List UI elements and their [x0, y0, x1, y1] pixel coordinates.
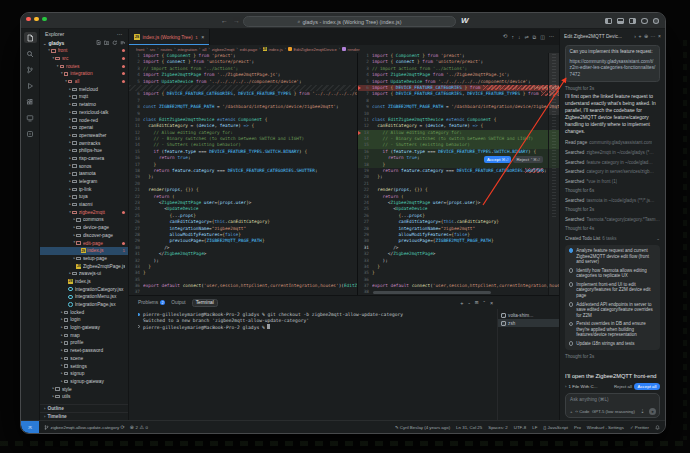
tree-item-node-red[interactable]: ▸node-red: [40, 116, 128, 124]
notifications-icon[interactable]: [655, 425, 660, 430]
next-change-icon[interactable]: ↓: [518, 35, 521, 40]
tree-item-philips-hue[interactable]: ▸philips-hue: [40, 147, 128, 155]
toggle-sidebar-icon[interactable]: [605, 18, 612, 24]
accept-change-button[interactable]: Accept⌘⏎: [484, 156, 511, 163]
breadcrumb[interactable]: front›src›routes›integration›all›zigbee2…: [129, 45, 559, 53]
explorer-more-icon[interactable]: ⋯: [117, 31, 123, 37]
tool-step[interactable]: Searchedfeature category in ~/code/glad…: [565, 160, 660, 165]
tool-step[interactable]: Searched*vue in front (1): [565, 179, 660, 184]
maximize-panel-icon[interactable]: ⌃: [483, 300, 486, 305]
more-actions-icon[interactable]: ⋯: [549, 34, 554, 39]
tree-item-reset-password[interactable]: ▸reset-password: [40, 347, 128, 355]
tree-item-routes[interactable]: ▾routes: [40, 62, 128, 70]
tree-item-integrationmenu.jsx[interactable]: IntegrationMenu.jsx: [40, 293, 128, 301]
layout-toggles[interactable]: [605, 18, 659, 24]
minimize-window-button[interactable]: [34, 17, 39, 22]
tree-item-integrationpage.jsx[interactable]: IntegrationPage.jsx: [40, 301, 128, 309]
status-item[interactable]: Pro: [574, 425, 581, 430]
new-chat-icon[interactable]: +: [638, 33, 641, 39]
accept-all-button[interactable]: Accept all: [634, 383, 660, 390]
prev-change-icon[interactable]: ↑: [511, 35, 514, 40]
discard-icon[interactable]: ⟲: [503, 34, 508, 40]
close-cascade-icon[interactable]: ×: [658, 33, 661, 39]
todo-item[interactable]: Update i18n strings and tests: [569, 341, 657, 347]
tab-problems[interactable]: Problems2: [138, 300, 165, 306]
status-item[interactable]: Ln 31, Col 25: [456, 425, 482, 430]
tree-item-front[interactable]: ▾front: [40, 47, 128, 55]
new-terminal-icon[interactable]: +: [460, 300, 463, 306]
tree-item-index.js[interactable]: JSindex.js: [40, 278, 128, 286]
tree-item-signup[interactable]: ▸signup: [40, 370, 128, 378]
breadcrumb-item[interactable]: zigbee2mqtt: [212, 47, 235, 52]
tree-item-settings[interactable]: ▸settings: [40, 362, 128, 370]
reject-change-button[interactable]: Reject⌃⌘⏎: [513, 156, 543, 163]
maximize-window-button[interactable]: [42, 17, 47, 22]
diff-original-pane[interactable]: 1import { Component } from 'preact';2imp…: [129, 53, 358, 295]
todo-item[interactable]: Add/extend API endpoints in server to sa…: [569, 302, 657, 319]
status-item[interactable]: LF: [532, 425, 537, 430]
code-mode-select[interactable]: ‹› Code: [575, 409, 589, 414]
tree-item-rtsp-camera[interactable]: ▸rtsp-camera: [40, 155, 128, 163]
tab-output[interactable]: Output: [171, 300, 185, 305]
toggle-secondary-sidebar-icon[interactable]: [629, 18, 636, 24]
status-item[interactable]: UTF-8: [514, 425, 526, 430]
breadcrumb-item[interactable]: all: [202, 47, 206, 52]
model-select[interactable]: GPT-5 (low reasoning): [592, 409, 635, 414]
breadcrumb-item[interactable]: edit-page: [240, 47, 257, 52]
cascade-more-icon[interactable]: ⋯: [651, 33, 656, 39]
split-terminal-icon[interactable]: ⊞: [475, 300, 479, 305]
new-file-icon[interactable]: [96, 40, 102, 47]
todo-item[interactable]: Identify how Tasmota allows editing cate…: [569, 268, 657, 279]
tree-item-scene[interactable]: ▸scene: [40, 355, 128, 363]
tree-item-map[interactable]: ▸map: [40, 331, 128, 339]
tree-item-device-page[interactable]: ▸device-page: [40, 224, 128, 232]
tool-step[interactable]: Read pagecommunity.gladysassistant.com: [565, 140, 660, 145]
horizontal-scrollbar[interactable]: [373, 291, 491, 294]
history-icon[interactable]: ⊕: [644, 33, 648, 39]
status-item[interactable]: ✓ Prettier: [630, 425, 649, 430]
history-nav[interactable]: ←→: [221, 17, 240, 24]
tree-item-signup-gateway[interactable]: ▸signup-gateway: [40, 378, 128, 386]
tool-step[interactable]: SearchedTasmota.*category|category.*Tasm…: [565, 217, 660, 222]
tree-item-zigbee2mqtt[interactable]: ▾zigbee2mqtt: [40, 208, 128, 216]
activity-debug-icon[interactable]: [24, 80, 37, 91]
tree-item-integrationcategory.jsx[interactable]: IntegrationCategory.jsx: [40, 285, 128, 293]
problems-status[interactable]: ⊗2⚠0: [130, 424, 148, 430]
tree-item-src[interactable]: ▾src: [40, 55, 128, 63]
activity-search-icon[interactable]: [24, 48, 37, 59]
settings-icon[interactable]: [641, 18, 648, 24]
collapse-folders-icon[interactable]: [120, 40, 126, 47]
timeline-section[interactable]: ›Timeline: [40, 412, 128, 420]
todo-item[interactable]: Implement front-end UI to edit category/…: [569, 282, 657, 299]
inline-view-icon[interactable]: ⇌: [524, 35, 528, 40]
new-folder-icon[interactable]: [104, 40, 110, 47]
tree-item-zigbee2mqttpage.js[interactable]: JSZigbee2mqttPage.js: [40, 262, 128, 270]
tool-step[interactable]: Searchedcategory in server/services/zigb…: [565, 169, 660, 174]
reject-all-button[interactable]: Reject all: [614, 384, 632, 389]
workspace-root[interactable]: ⌄gladys: [40, 39, 128, 47]
breadcrumb-item[interactable]: EditZigbee2mqttDevice: [294, 47, 337, 52]
tree-item-utils[interactable]: ▸utils: [40, 393, 128, 401]
tree-item-zwavejs-ui[interactable]: ▸zwavejs-ui: [40, 270, 128, 278]
voice-icon[interactable]: ⇣: [640, 408, 644, 414]
tree-item-openweather[interactable]: ▸openweather: [40, 132, 128, 140]
cascade-input[interactable]: Ask anything (⌘L)+‹› CodeGPT-5 (low reas…: [565, 393, 660, 418]
close-window-button[interactable]: [26, 17, 31, 22]
terminal-output[interactable]: pierre-gillesleymarie@MacBook-Pro-2 glad…: [138, 312, 495, 418]
tree-item-style[interactable]: ▸style: [40, 385, 128, 393]
tree-item-openai[interactable]: ▸openai: [40, 124, 128, 132]
tree-item-owntracks[interactable]: ▸owntracks: [40, 139, 128, 147]
terminal-dropdown-icon[interactable]: ⌄: [467, 300, 470, 305]
status-item[interactable]: Spaces: 2: [488, 425, 508, 430]
breadcrumb-item[interactable]: src: [150, 47, 156, 52]
breadcrumb-item[interactable]: front: [136, 47, 144, 52]
close-tab-icon[interactable]: ×: [201, 34, 204, 40]
tree-item-tasmota[interactable]: ▸tasmota: [40, 170, 128, 178]
open-file-icon[interactable]: ⧉: [533, 35, 537, 40]
command-center[interactable]: ⌕gladys - index.js (Working Tree) (index…: [243, 16, 456, 27]
tree-item-setup-page[interactable]: ▸setup-page: [40, 255, 128, 263]
tree-item-index.js[interactable]: JSindex.js1: [40, 247, 128, 255]
tree-item-edit-page[interactable]: ▾edit-page: [40, 239, 128, 247]
tree-item-telegram[interactable]: ▸telegram: [40, 178, 128, 186]
todo-list-header[interactable]: Created Todo List6 tasks⌄: [565, 236, 660, 241]
